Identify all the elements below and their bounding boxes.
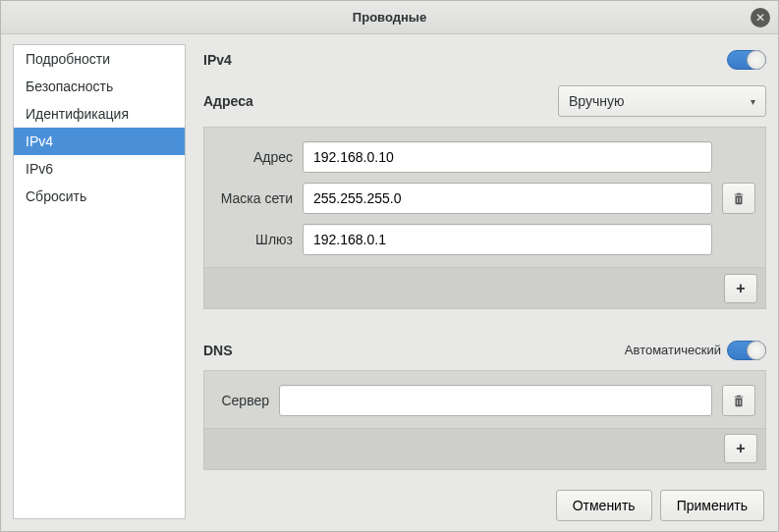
method-combo[interactable]: Вручную ▾ bbox=[558, 85, 766, 117]
dns-server-row: Сервер bbox=[214, 385, 712, 416]
address-addbar: + bbox=[203, 267, 766, 309]
netmask-row: Маска сети bbox=[214, 183, 712, 214]
chevron-down-icon: ▾ bbox=[751, 96, 755, 107]
ipv4-heading: IPv4 bbox=[203, 52, 232, 68]
gateway-label: Шлюз bbox=[214, 232, 293, 247]
address-fields: Адрес Маска сети Шлюз bbox=[214, 141, 712, 255]
sidebar-item-label: Сбросить bbox=[26, 188, 86, 204]
dns-heading: DNS bbox=[203, 343, 233, 358]
switch-knob-icon bbox=[747, 50, 766, 70]
plus-icon: + bbox=[736, 440, 745, 457]
close-icon: ✕ bbox=[755, 12, 765, 24]
plus-icon: + bbox=[736, 280, 745, 297]
dns-server-input[interactable] bbox=[279, 385, 712, 416]
netmask-label: Маска сети bbox=[214, 190, 293, 206]
cancel-label: Отменить bbox=[573, 498, 636, 513]
main-content: IPv4 Адреса Вручную ▾ Адрес bbox=[203, 44, 766, 519]
ipv4-switch[interactable] bbox=[727, 50, 766, 70]
sidebar-item-label: Идентификация bbox=[26, 106, 129, 122]
trash-icon bbox=[732, 191, 746, 205]
sidebar-item-ipv6[interactable]: IPv6 bbox=[14, 155, 185, 183]
sidebar-item-reset[interactable]: Сбросить bbox=[14, 183, 185, 210]
address-label: Адрес bbox=[214, 149, 293, 165]
trash-icon bbox=[732, 394, 746, 407]
addresses-label: Адреса bbox=[203, 93, 253, 109]
gateway-input[interactable] bbox=[303, 224, 712, 255]
dialog-footer: Отменить Применить bbox=[556, 490, 764, 521]
dns-panel: Сервер bbox=[203, 370, 766, 428]
delete-dns-button[interactable] bbox=[722, 385, 755, 416]
address-row: Адрес bbox=[214, 141, 712, 173]
dns-fields: Сервер bbox=[214, 385, 712, 416]
dns-addbar: + bbox=[203, 428, 766, 470]
sidebar-item-security[interactable]: Безопасность bbox=[14, 73, 185, 100]
dns-side-buttons bbox=[722, 385, 755, 416]
settings-window: Проводные ✕ Подробности Безопасность Иде… bbox=[0, 0, 779, 532]
cancel-button[interactable]: Отменить bbox=[556, 490, 652, 521]
sidebar-item-details[interactable]: Подробности bbox=[14, 45, 185, 73]
dns-server-label: Сервер bbox=[214, 393, 269, 408]
ipv4-header-row: IPv4 bbox=[203, 50, 766, 70]
address-side-buttons bbox=[722, 141, 755, 255]
sidebar-item-label: IPv4 bbox=[26, 133, 53, 149]
dns-auto-label: Автоматический bbox=[625, 343, 721, 357]
sidebar-item-label: Подробности bbox=[26, 51, 110, 67]
switch-knob-icon bbox=[747, 341, 766, 360]
address-panel: Адрес Маска сети Шлюз bbox=[203, 127, 766, 267]
dns-header-row: DNS Автоматический bbox=[203, 341, 766, 360]
body: Подробности Безопасность Идентификация I… bbox=[1, 34, 778, 531]
address-input[interactable] bbox=[303, 141, 712, 173]
sidebar: Подробности Безопасность Идентификация I… bbox=[13, 44, 186, 519]
add-address-button[interactable]: + bbox=[724, 274, 757, 303]
sidebar-item-label: IPv6 bbox=[26, 161, 53, 177]
sidebar-item-ipv4[interactable]: IPv4 bbox=[14, 128, 185, 155]
titlebar: Проводные ✕ bbox=[1, 1, 778, 34]
sidebar-item-identity[interactable]: Идентификация bbox=[14, 100, 185, 128]
window-title: Проводные bbox=[353, 10, 426, 25]
method-selected: Вручную bbox=[569, 93, 751, 109]
addresses-row: Адреса Вручную ▾ bbox=[203, 85, 766, 117]
sidebar-item-label: Безопасность bbox=[26, 79, 113, 94]
gateway-row: Шлюз bbox=[214, 224, 712, 255]
apply-button[interactable]: Применить bbox=[660, 490, 764, 521]
apply-label: Применить bbox=[677, 498, 748, 513]
add-dns-button[interactable]: + bbox=[724, 434, 757, 463]
dns-auto-switch[interactable] bbox=[727, 341, 766, 360]
delete-address-button[interactable] bbox=[722, 183, 755, 214]
netmask-input[interactable] bbox=[303, 183, 712, 214]
close-button[interactable]: ✕ bbox=[751, 8, 770, 27]
